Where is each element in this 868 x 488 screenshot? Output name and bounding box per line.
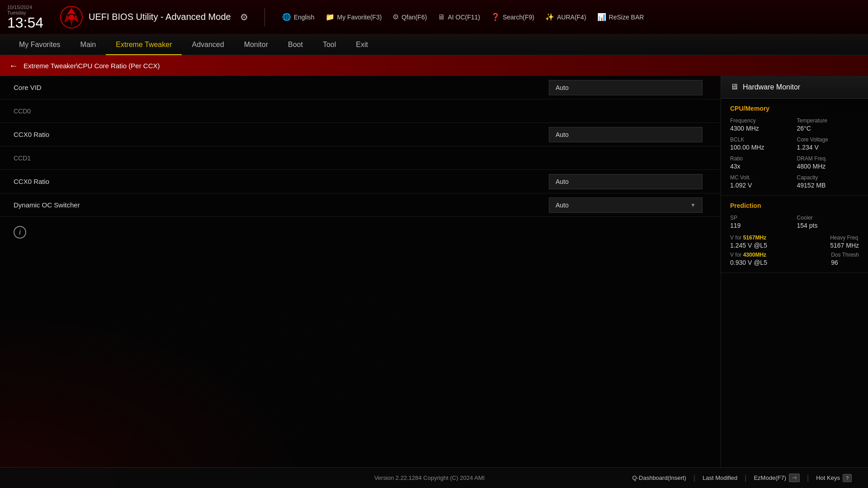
heavy-freq-value: 5167 MHz [830,242,859,249]
v-for-5167-row: V for 5167MHz 1.245 V @L5 Heavy Freq 516… [730,235,859,266]
hw-item-heavy-freq: Heavy Freq 5167 MHz [830,235,859,249]
v-5167-label: V for 5167MHz [730,235,767,241]
question-icon: ❓ [491,13,500,21]
core-vid-input[interactable]: Auto [549,80,703,95]
nav-tool[interactable]: Tool [313,34,346,55]
table-row: Core VID Auto [0,76,721,99]
dynamic-oc-dropdown[interactable]: Auto ▼ [549,197,703,213]
logo-area: UEFI BIOS Utility - Advanced Mode [60,5,231,29]
dram-freq-value: 4800 MHz [797,163,859,170]
nav-monitor[interactable]: Monitor [234,34,278,55]
info-area: i [0,217,721,248]
hot-keys-button[interactable]: Hot Keys ? [809,474,859,482]
hot-keys-icon: ? [843,474,852,482]
footer-version: Version 2.22.1284 Copyright (C) 2024 AMI [374,474,485,481]
hw-item-v-5167: V for 5167MHz 1.245 V @L5 [730,235,767,249]
hw-monitor-header: 🖥 Hardware Monitor [721,76,868,99]
toolbar-resize-bar[interactable]: 📊 ReSize BAR [593,10,649,24]
last-modified-label: Last Modified [703,474,737,481]
toolbar-qfan[interactable]: ⚙ Qfan(F6) [388,10,431,24]
footer: Version 2.22.1284 Copyright (C) 2024 AMI… [0,467,868,488]
freq-5167-highlight: 5167MHz [743,235,766,241]
ai-icon: 🖥 [438,13,445,21]
ccd0-header: CCD0 [14,108,549,115]
nav-boot[interactable]: Boot [278,34,313,55]
frequency-label: Frequency [730,117,793,124]
ez-mode-button[interactable]: EzMode(F7) ⊣ [746,474,807,482]
ccx0-ratio-1-value: Auto [549,174,707,189]
last-modified-button[interactable]: Last Modified [695,474,745,481]
chevron-down-icon: ▼ [690,202,696,208]
hw-item-frequency: Frequency 4300 MHz [730,117,793,132]
footer-right: Q-Dashboard(Insert) | Last Modified | Ez… [485,474,868,482]
freq-4300-highlight: 4300MHz [743,252,766,258]
mc-volt-label: MC Volt. [730,174,793,181]
dos-thresh-value: 96 [831,259,859,266]
frequency-value: 4300 MHz [730,125,793,132]
v-4300-value: 0.930 V @L5 [730,259,767,266]
nav-my-favorites[interactable]: My Favorites [9,34,71,55]
settings-icon[interactable]: ⚙ [240,12,248,23]
capacity-value: 49152 MB [797,182,859,189]
hw-item-mc-volt: MC Volt. 1.092 V [730,174,793,189]
dram-freq-label: DRAM Freq. [797,155,859,162]
toolbar-ai-oc[interactable]: 🖥 AI OC(F11) [433,10,485,24]
toolbar-ai-oc-label: AI OC(F11) [448,14,480,21]
fan-icon: ⚙ [392,13,399,21]
cooler-label: Cooler [797,215,859,221]
mc-volt-value: 1.092 V [730,182,793,189]
temperature-label: Temperature [797,117,859,124]
dynamic-oc-label: Dynamic OC Switcher [14,201,549,209]
toolbar-my-favorite-label: My Favorite(F3) [337,14,382,21]
toolbar-english-label: English [294,14,315,21]
toolbar-english[interactable]: 🌐 English [278,10,319,24]
aura-icon: ✨ [545,13,554,21]
ccx0-ratio-1-input[interactable]: Auto [549,174,703,189]
ccx0-ratio-0-label: CCX0 Ratio [14,131,549,138]
prediction-grid: SP 119 Cooler 154 pts [730,215,859,229]
folder-icon: 📁 [326,13,335,21]
ez-mode-icon: ⊣ [789,474,800,482]
hw-item-sp: SP 119 [730,215,793,229]
cpu-memory-grid: Frequency 4300 MHz Temperature 26°C BCLK… [730,117,859,189]
table-row: CCX0 Ratio Auto [0,170,721,193]
hw-item-temperature: Temperature 26°C [797,117,859,132]
bclk-label: BCLK [730,136,793,143]
core-voltage-value: 1.234 V [797,144,859,151]
q-dashboard-button[interactable]: Q-Dashboard(Insert) [625,474,693,481]
hw-item-ratio: Ratio 43x [730,155,793,170]
hw-monitor-sidebar: 🖥 Hardware Monitor CPU/Memory Frequency … [721,76,868,467]
hw-item-capacity: Capacity 49152 MB [797,174,859,189]
ccx0-ratio-1-label: CCX0 Ratio [14,178,549,185]
top-toolbar: 🌐 English 📁 My Favorite(F3) ⚙ Qfan(F6) 🖥… [278,10,861,24]
hw-item-cooler: Cooler 154 pts [797,215,859,229]
toolbar-aura[interactable]: ✨ AURA(F4) [541,10,591,24]
svg-marker-20 [64,14,70,23]
toolbar-aura-label: AURA(F4) [557,14,586,21]
nav-main[interactable]: Main [71,34,106,55]
sp-value: 119 [730,222,793,229]
nav-extreme-tweaker[interactable]: Extreme Tweaker [106,34,182,55]
nav-advanced[interactable]: Advanced [182,34,234,55]
ccx0-ratio-0-input[interactable]: Auto [549,127,703,142]
back-button[interactable]: ← [9,61,18,71]
svg-marker-22 [70,19,73,26]
breadcrumb-text: Extreme Tweaker\CPU Core Ratio (Per CCX) [24,62,160,70]
top-bar: 10/15/2024Tuesday 13:54 UEFI BIOS Utilit… [0,0,868,34]
nav-exit[interactable]: Exit [346,34,378,55]
svg-marker-21 [73,14,79,23]
ratio-value: 43x [730,163,793,170]
toolbar-my-favorite[interactable]: 📁 My Favorite(F3) [321,10,387,24]
info-icon[interactable]: i [14,226,26,239]
cpu-memory-section: CPU/Memory Frequency 4300 MHz Temperatur… [721,99,868,196]
toolbar-resize-bar-label: ReSize BAR [609,14,644,21]
ccd1-header: CCD1 [14,155,549,162]
table-row: CCX0 Ratio Auto [0,123,721,146]
hw-item-v-4300: V for 4300MHz 0.930 V @L5 [730,252,767,266]
dynamic-oc-value: Auto ▼ [549,197,707,213]
breadcrumb-bar: ← Extreme Tweaker\CPU Core Ratio (Per CC… [0,55,868,76]
toolbar-search[interactable]: ❓ Search(F9) [486,10,539,24]
bclk-value: 100.00 MHz [730,144,793,151]
v-5167-value: 1.245 V @L5 [730,242,767,249]
dos-thresh-label: Dos Thresh [831,252,859,258]
